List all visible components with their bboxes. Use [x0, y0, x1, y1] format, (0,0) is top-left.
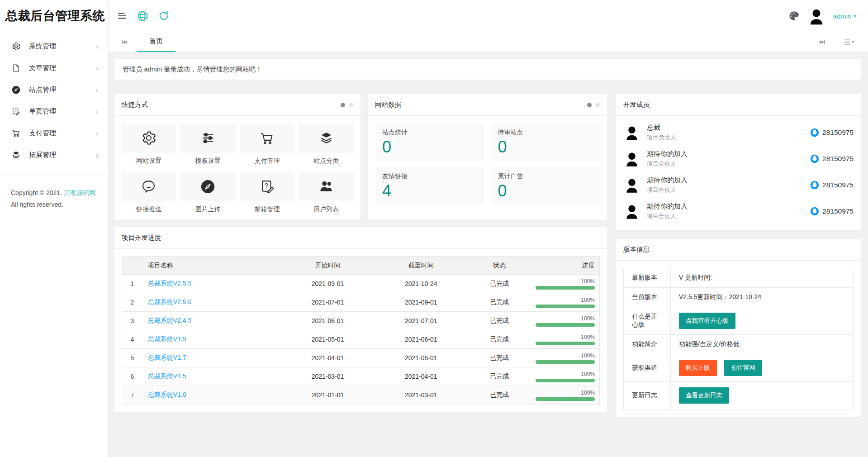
sidebar-item-label: 系统管理 — [29, 42, 95, 51]
tab-scroll-right-icon[interactable] — [815, 38, 830, 46]
welcome-text: 管理员 admin 登录成功，尽情管理您的网站吧！ — [123, 65, 262, 74]
menu-collapse-icon[interactable] — [117, 10, 128, 21]
progress-percent: 100% — [531, 390, 595, 396]
shortcut-site-category[interactable]: 站点分类 — [299, 123, 354, 165]
carousel-dot-active[interactable] — [587, 103, 592, 107]
username: admin — [833, 12, 852, 20]
version-info-panel: 版本信息 最新版本 V 更新时间: 当前版本 V2.5.5更新时间：20 — [616, 239, 861, 417]
member-qq[interactable]: 28150975 — [810, 207, 854, 216]
start-date: 2021-03-01 — [281, 367, 374, 386]
layers-icon — [11, 150, 21, 160]
compass-icon — [11, 85, 21, 95]
svg-text:?: ? — [15, 109, 17, 113]
status-badge: 已完成 — [468, 275, 531, 293]
user-menu[interactable]: admin ▾ — [833, 12, 856, 20]
project-link[interactable]: 总裁系统V1.0 — [148, 391, 186, 398]
gear-icon — [11, 41, 21, 51]
shortcut-site-settings[interactable]: 网站设置 — [121, 123, 176, 165]
member-qq[interactable]: 28150975 — [810, 181, 854, 190]
theme-palette-icon[interactable] — [788, 10, 800, 22]
end-date: 2021-04-01 — [375, 367, 468, 386]
start-date: 2021-06-01 — [281, 312, 374, 330]
stat-label: 站点统计 — [382, 129, 477, 137]
project-link[interactable]: 总裁系统V1.9 — [148, 335, 186, 343]
table-row: 6 总裁系统V1.5 2021-03-01 2021-04-01 已完成 100… — [122, 367, 600, 386]
dev-members-panel: 开发成员 总裁 项目负责人 — [616, 94, 861, 230]
col-header-start: 开始时间 — [281, 257, 374, 275]
member-row: 期待你的加入 项目合伙人 28150975 — [623, 172, 854, 198]
status-badge: 已完成 — [468, 386, 531, 405]
progress-percent: 100% — [531, 297, 595, 303]
user-avatar[interactable] — [807, 6, 826, 25]
tab-menu-icon[interactable] — [842, 38, 857, 46]
shortcuts-title: 快捷方式 — [122, 100, 148, 109]
project-link[interactable]: 总裁系统V2.5.5 — [148, 280, 191, 287]
site-data-title: 网站数据 — [375, 100, 401, 109]
shortcut-label: 模板设置 — [180, 157, 236, 165]
version-row: 最新版本 V 更新时间: — [624, 268, 854, 288]
sidebar-item-system[interactable]: 系统管理 › — [0, 35, 108, 57]
shortcut-payment[interactable]: 支付管理 — [240, 123, 295, 165]
sidebar-item-pages[interactable]: ? 单页管理 › — [0, 100, 108, 122]
svg-text:?: ? — [265, 181, 268, 189]
member-avatar — [623, 203, 640, 220]
row-index: 6 — [122, 367, 142, 386]
carousel-dots — [341, 103, 353, 107]
copyright-link[interactable]: 刀客源码网 — [64, 189, 95, 196]
version-row-label: 最新版本 — [624, 268, 671, 288]
project-link[interactable]: 总裁系统V2.5.0 — [148, 298, 191, 305]
start-date: 2021-09-01 — [281, 275, 374, 293]
shortcut-user-list[interactable]: 用户列表 — [299, 171, 354, 214]
qq-number: 28150975 — [822, 129, 854, 137]
view-changelog-button[interactable]: 查看更新日志 — [679, 387, 729, 404]
progress-percent: 100% — [531, 315, 595, 322]
progress-table: 项目名称 开始时间 截至时间 状态 进度 1 — [122, 256, 600, 405]
shortcut-label: 站点分类 — [299, 157, 354, 165]
tab-scroll-left-icon[interactable] — [117, 32, 132, 52]
progress-percent: 100% — [531, 352, 595, 359]
stat-card-pending: 待审站点 0 — [491, 123, 600, 161]
member-qq[interactable]: 28150975 — [810, 154, 854, 163]
carousel-dot[interactable] — [349, 103, 353, 107]
users-icon — [318, 178, 334, 195]
qq-icon — [810, 181, 819, 190]
member-name: 期待你的加入 — [647, 202, 810, 211]
refresh-icon[interactable] — [158, 10, 170, 22]
buy-genuine-button[interactable]: 购买正版 — [679, 360, 717, 376]
carousel-dot[interactable] — [595, 103, 600, 107]
member-qq[interactable]: 28150975 — [810, 128, 854, 137]
official-site-button[interactable]: 前往官网 — [724, 360, 762, 376]
member-avatar — [623, 124, 640, 141]
project-link[interactable]: 总裁系统V1.7 — [148, 354, 186, 361]
project-link[interactable]: 总裁系统V2.4.5 — [148, 317, 191, 324]
current-version-value: V2.5.5更新时间：2021-10-24 — [671, 288, 854, 307]
shortcut-image-upload[interactable]: 图片上传 — [180, 171, 236, 214]
tab-home[interactable]: 首页 — [137, 32, 175, 52]
shortcut-label: 邮箱管理 — [240, 205, 295, 214]
progress-bar — [536, 379, 595, 382]
shortcut-label: 链接推送 — [121, 205, 176, 214]
globe-icon[interactable] — [137, 10, 149, 22]
project-link[interactable]: 总裁系统V1.5 — [148, 372, 186, 380]
start-date: 2021-01-01 — [281, 386, 374, 405]
stat-card-links: 友情链接 4 — [375, 167, 484, 205]
view-happy-version-button[interactable]: 点我查看开心版 — [679, 313, 735, 329]
member-role: 项目合伙人 — [647, 212, 810, 220]
end-date: 2021-10-24 — [375, 275, 468, 293]
shortcut-mailbox[interactable]: ? 邮箱管理 — [240, 171, 295, 214]
table-row: 3 总裁系统V2.4.5 2021-06-01 2021-07-01 已完成 1… — [122, 312, 600, 330]
qq-icon — [810, 154, 819, 163]
member-avatar — [623, 150, 640, 167]
sidebar-item-extensions[interactable]: 拓展管理 › — [0, 144, 108, 166]
sidebar-item-sites[interactable]: 站点管理 › — [0, 79, 108, 100]
shortcut-link-push[interactable]: 链接推送 — [121, 171, 176, 214]
table-row: 4 总裁系统V1.9 2021-05-01 2021-06-01 已完成 100… — [122, 330, 600, 349]
sidebar-item-payment[interactable]: 支付管理 › — [0, 122, 108, 144]
col-header-end: 截至时间 — [375, 257, 468, 275]
shortcut-template-settings[interactable]: 模板设置 — [180, 123, 236, 165]
sidebar-item-articles[interactable]: 文章管理 › — [0, 57, 108, 79]
version-row: 当前版本 V2.5.5更新时间：2021-10-24 — [624, 288, 854, 307]
carousel-dot-active[interactable] — [341, 103, 345, 107]
status-badge: 已完成 — [468, 312, 531, 330]
content-area: 管理员 admin 登录成功，尽情管理您的网站吧！ 快捷方式 — [109, 52, 868, 457]
